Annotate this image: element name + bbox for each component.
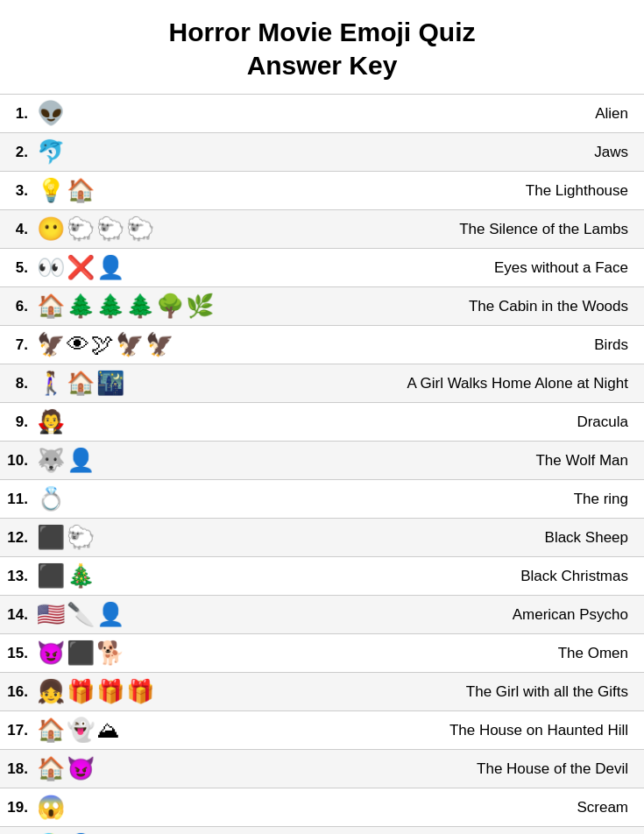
table-row: 1.👽Alien xyxy=(0,95,644,133)
title-line2: Answer Key xyxy=(247,51,398,80)
page: Horror Movie Emoji Quiz Answer Key 1.👽Al… xyxy=(0,0,644,834)
row-emojis: 🏠🌲🌲🌲🌳🌿 xyxy=(33,293,346,320)
table-row: 13.⬛🎄Black Christmas xyxy=(0,557,644,596)
row-answer: Black Sheep xyxy=(346,529,644,547)
row-answer: Birds xyxy=(346,336,644,354)
row-answer: The ring xyxy=(346,491,644,508)
table-row: 12.⬛🐑Black Sheep xyxy=(0,519,644,557)
row-number: 13. xyxy=(0,568,33,585)
row-emojis: 😱 xyxy=(33,794,346,821)
row-number: 1. xyxy=(0,105,33,123)
row-answer: Dracula xyxy=(346,413,644,431)
row-answer: The Omen xyxy=(346,645,644,662)
row-answer: The Silence of the Lambs xyxy=(346,221,644,238)
row-emojis: 👧🎁🎁🎁 xyxy=(33,678,346,705)
table-row: 6.🏠🌲🌲🌲🌳🌿The Cabin in the Woods xyxy=(0,287,644,326)
row-answer: American Psycho xyxy=(346,606,644,624)
row-emojis: 🚶‍♀️🏠🌃 xyxy=(33,370,346,397)
table-row: 10.🐺👤The Wolf Man xyxy=(0,442,644,480)
row-emojis: 👽 xyxy=(33,100,346,127)
table-row: 7.🦅👁🕊🦅🦅Birds xyxy=(0,326,644,364)
page-title: Horror Movie Emoji Quiz Answer Key xyxy=(0,16,644,81)
row-answer: Alien xyxy=(346,105,644,123)
row-emojis: 🇺🇸🔪👤 xyxy=(33,601,346,628)
quiz-list: 1.👽Alien2.🐬Jaws3.💡🏠The Lighthouse4.😶🐑🐑🐑T… xyxy=(0,94,644,834)
row-number: 18. xyxy=(0,760,33,778)
row-answer: The Cabin in the Woods xyxy=(346,298,644,315)
row-answer: A Girl Walks Home Alone at Night xyxy=(346,375,644,392)
row-answer: Black Christmas xyxy=(346,568,644,585)
row-number: 7. xyxy=(0,336,33,354)
row-number: 3. xyxy=(0,182,33,200)
row-number: 9. xyxy=(0,413,33,431)
table-row: 8.🚶‍♀️🏠🌃A Girl Walks Home Alone at Night xyxy=(0,364,644,403)
row-emojis: 👀❌👤 xyxy=(33,254,346,281)
row-number: 12. xyxy=(0,529,33,547)
row-emojis: 🦅👁🕊🦅🦅 xyxy=(33,331,346,358)
row-answer: Eyes without a Face xyxy=(346,259,644,277)
row-emojis: ⬛🎄 xyxy=(33,562,346,590)
row-number: 16. xyxy=(0,683,33,701)
row-answer: The Girl with all the Gifts xyxy=(346,683,644,701)
table-row: 19.😱Scream xyxy=(0,788,644,827)
table-row: 2.🐬Jaws xyxy=(0,133,644,172)
row-answer: Jaws xyxy=(346,144,644,161)
table-row: 18.🏠😈The House of the Devil xyxy=(0,750,644,788)
row-answer: Scream xyxy=(346,799,644,816)
table-row: 3.💡🏠The Lighthouse xyxy=(0,172,644,210)
table-row: 11.💍The ring xyxy=(0,480,644,519)
row-number: 8. xyxy=(0,375,33,392)
row-number: 11. xyxy=(0,491,33,508)
table-row: 9.🧛Dracula xyxy=(0,403,644,442)
row-emojis: 💍 xyxy=(33,485,346,512)
title-line1: Horror Movie Emoji Quiz xyxy=(168,18,475,46)
row-number: 14. xyxy=(0,606,33,624)
row-number: 5. xyxy=(0,259,33,277)
row-emojis: 🧛 xyxy=(33,408,346,435)
row-answer: The Lighthouse xyxy=(346,182,644,200)
row-number: 17. xyxy=(0,722,33,739)
row-number: 6. xyxy=(0,298,33,315)
row-answer: The Wolf Man xyxy=(346,452,644,470)
row-number: 10. xyxy=(0,452,33,470)
row-emojis: 🏠👻⛰ xyxy=(33,717,346,744)
row-emojis: 🏠😈 xyxy=(33,755,346,782)
row-emojis: 😈⬛🐕 xyxy=(33,640,346,667)
row-answer: The House of the Devil xyxy=(346,760,644,778)
row-number: 15. xyxy=(0,645,33,662)
row-emojis: 🐬 xyxy=(33,138,346,166)
row-number: 2. xyxy=(0,144,33,161)
row-emojis: 💡🏠 xyxy=(33,177,346,204)
row-emojis: ⬛🐑 xyxy=(33,524,346,551)
table-row: 5.👀❌👤Eyes without a Face xyxy=(0,249,644,287)
table-row: 16.👧🎁🎁🎁The Girl with all the Gifts xyxy=(0,673,644,711)
table-row: 15.😈⬛🐕The Omen xyxy=(0,634,644,673)
table-row: 14.🇺🇸🔪👤American Psycho xyxy=(0,596,644,634)
table-row: 17.🏠👻⛰The House on Haunted Hill xyxy=(0,711,644,750)
table-row: 4.😶🐑🐑🐑The Silence of the Lambs xyxy=(0,210,644,249)
row-emojis: 😶🐑🐑🐑 xyxy=(33,216,346,243)
row-answer: The House on Haunted Hill xyxy=(346,722,644,739)
row-number: 4. xyxy=(0,221,33,238)
row-emojis: 🐺👤 xyxy=(33,447,346,474)
table-row: 20.🍭👤Candy Man xyxy=(0,827,644,834)
row-number: 19. xyxy=(0,799,33,816)
